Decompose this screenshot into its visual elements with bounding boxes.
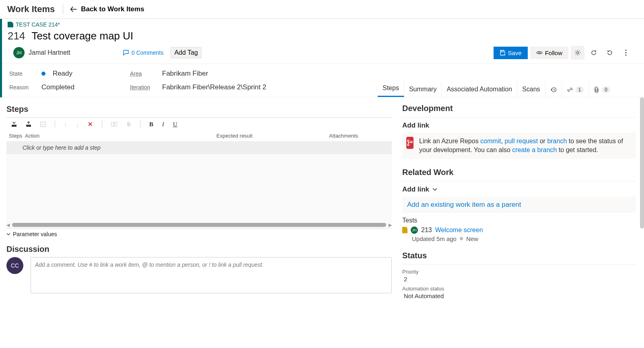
scroll-left-icon[interactable]: ◀	[6, 222, 10, 228]
tab-links[interactable]: 1	[562, 82, 589, 97]
tab-attachments[interactable]: 0	[589, 82, 615, 97]
action-buttons: Save Follow	[494, 46, 633, 60]
steps-editor: ↑ ↓ ✕ B I U Steps Action Expected result	[6, 117, 392, 229]
development-section: Development Add link Link an Azure Repos…	[402, 104, 636, 159]
assignee-avatar[interactable]: JH	[13, 47, 25, 58]
development-hint-text: Link an Azure Repos commit, pull request…	[419, 137, 632, 155]
current-user-avatar: CC	[6, 257, 23, 274]
scroll-right-icon[interactable]: ▶	[389, 222, 392, 228]
page-title: Work Items	[7, 4, 63, 14]
state-dot-icon	[41, 72, 45, 76]
follow-button[interactable]: Follow	[530, 47, 568, 59]
tab-scans[interactable]: Scans	[517, 82, 545, 97]
back-label: Back to Work Items	[81, 5, 144, 13]
undo-button[interactable]	[603, 46, 617, 60]
settings-button[interactable]	[571, 46, 584, 60]
add-tag-button[interactable]: Add Tag	[171, 47, 201, 58]
underline-icon[interactable]: U	[173, 121, 177, 128]
reason-label: Reason	[9, 84, 41, 91]
attachment-icon	[594, 86, 599, 93]
assignee-name[interactable]: Jamal Hartnett	[29, 49, 70, 56]
comment-icon	[123, 49, 129, 56]
tab-associated-automation[interactable]: Associated Automation	[442, 82, 517, 97]
iteration-label: Iteration	[130, 84, 162, 91]
test-title-link[interactable]: Welcome screen	[435, 227, 483, 234]
create-shared-steps-icon[interactable]	[40, 121, 46, 127]
tests-label: Tests	[402, 217, 636, 224]
work-item-id: 214	[8, 30, 25, 42]
tab-summary[interactable]: Summary	[404, 82, 442, 97]
comments-count: 0 Comments	[132, 49, 163, 56]
move-up-icon[interactable]: ↑	[64, 121, 67, 128]
work-item-title-input[interactable]	[31, 29, 638, 43]
chevron-down-icon	[432, 187, 437, 192]
reason-value[interactable]: Completed	[41, 83, 130, 91]
related-work-title: Related Work	[402, 168, 636, 177]
steps-horizontal-scrollbar[interactable]: ◀ ▶	[6, 222, 392, 227]
test-state: New	[466, 235, 478, 242]
comments-link[interactable]: 0 Comments	[123, 49, 163, 56]
gear-icon	[574, 49, 581, 56]
tab-steps[interactable]: Steps	[378, 80, 404, 97]
development-add-link[interactable]: Add link	[402, 121, 636, 130]
pull-request-link[interactable]: pull request	[505, 138, 538, 144]
attach-icon[interactable]	[126, 121, 131, 127]
state-value[interactable]: Ready	[41, 70, 130, 78]
svg-rect-7	[26, 125, 31, 127]
col-header-steps: Steps	[9, 133, 25, 139]
status-title: Status	[402, 251, 636, 260]
svg-point-1	[577, 52, 579, 54]
automation-status-value[interactable]: Not Automated	[404, 292, 636, 299]
side-scrollbar[interactable]	[640, 97, 644, 229]
related-add-link-label: Add link	[402, 185, 429, 194]
save-button[interactable]: Save	[494, 47, 527, 59]
breadcrumb-label: TEST CASE 214*	[16, 21, 60, 28]
more-actions-button[interactable]	[619, 46, 633, 60]
breadcrumb-test-case[interactable]: TEST CASE 214*	[2, 19, 644, 29]
development-hint-box: Link an Azure Repos commit, pull request…	[402, 133, 636, 159]
related-add-link-dropdown[interactable]: Add link	[402, 185, 636, 194]
status-section: Status Priority 2 Automation status Not …	[402, 251, 636, 299]
discussion-input[interactable]: Add a comment. Use # to link a work item…	[31, 257, 392, 293]
italic-icon[interactable]: I	[162, 121, 164, 128]
state-label: State	[9, 70, 41, 77]
branch-link[interactable]: branch	[547, 138, 567, 144]
steps-heading: Steps	[6, 105, 392, 114]
commit-link[interactable]: commit	[480, 138, 501, 144]
divider	[402, 181, 636, 181]
outdent-icon[interactable]	[111, 122, 117, 127]
iteration-value[interactable]: Fabrikam Fiber\Release 2\Sprint 2	[162, 83, 369, 91]
undo-icon	[607, 49, 613, 56]
insert-shared-step-icon[interactable]	[26, 121, 31, 127]
priority-label: Priority	[402, 269, 636, 275]
bold-icon[interactable]: B	[149, 121, 153, 128]
area-value[interactable]: Fabrikam Fiber	[162, 70, 369, 78]
delete-step-icon[interactable]: ✕	[88, 121, 93, 128]
create-branch-link[interactable]: create a branch	[512, 146, 557, 153]
svg-point-0	[539, 52, 540, 54]
test-link-item[interactable]: JH 213 Welcome screen	[402, 227, 636, 234]
add-step-placeholder[interactable]: Click or type here to add a step	[6, 141, 392, 154]
history-icon	[550, 86, 557, 93]
attachments-count: 0	[602, 86, 610, 93]
steps-grid-header: Steps Action Expected result Attachments	[6, 130, 392, 141]
add-parent-link[interactable]: Add an existing work item as a parent	[402, 197, 636, 213]
test-substatus: Updated 5m ago New	[412, 235, 636, 242]
move-down-icon[interactable]: ↓	[76, 121, 79, 128]
test-updated: Updated 5m ago	[412, 235, 457, 242]
refresh-icon	[591, 49, 597, 56]
refresh-button[interactable]	[587, 46, 601, 60]
back-to-work-items[interactable]: Back to Work Items	[70, 5, 144, 13]
scroll-track[interactable]	[12, 223, 386, 227]
parameter-values-toggle[interactable]: Parameter values	[6, 231, 392, 237]
priority-value[interactable]: 2	[404, 276, 636, 282]
insert-step-icon[interactable]	[11, 121, 17, 127]
toolbar-separator-3	[140, 121, 140, 128]
col-header-action: Action	[25, 133, 216, 139]
area-label: Area	[130, 70, 162, 77]
title-row: 214	[2, 29, 644, 43]
tab-history[interactable]	[545, 82, 562, 97]
eye-icon	[536, 50, 543, 56]
divider	[402, 117, 636, 117]
side-panel: Development Add link Link an Azure Repos…	[398, 97, 644, 316]
